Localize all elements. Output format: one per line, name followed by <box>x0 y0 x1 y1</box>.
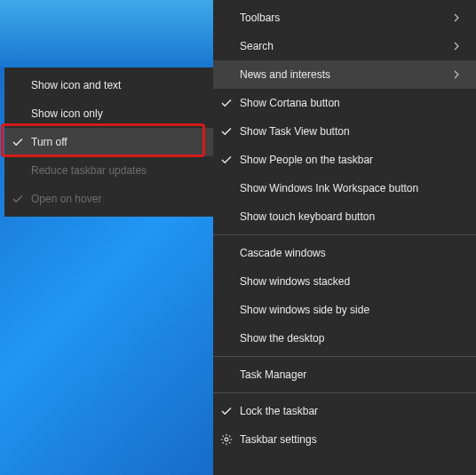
check-icon <box>213 126 240 137</box>
check-icon <box>213 406 240 416</box>
menu-item-show-task-view-button[interactable]: Show Task View button <box>213 117 476 146</box>
menu-item-label: Show icon and text <box>31 79 202 91</box>
menu-item-lock-the-taskbar[interactable]: Lock the taskbar <box>213 397 476 425</box>
check-icon <box>4 137 31 147</box>
menu-item-label: Show People on the taskbar <box>240 154 465 166</box>
menu-item-label: Show Cortana button <box>240 97 465 109</box>
check-icon <box>213 154 240 165</box>
menu-item-label: Taskbar settings <box>240 433 465 446</box>
menu-item-show-windows-ink-workspace-button[interactable]: Show Windows Ink Workspace button <box>213 174 476 202</box>
menu-separator <box>213 356 476 357</box>
menu-item-toolbars[interactable]: Toolbars <box>213 4 476 32</box>
menu-item-label: Reduce taskbar updates <box>31 164 202 177</box>
menu-item-taskbar-settings[interactable]: Taskbar settings <box>213 425 476 454</box>
submenu-item-reduce-taskbar-updates: Reduce taskbar updates <box>4 156 213 185</box>
menu-item-label: Turn off <box>31 136 202 148</box>
menu-item-show-cortana-button[interactable]: Show Cortana button <box>213 89 476 117</box>
menu-item-label: Open on hover <box>31 193 202 205</box>
menu-item-label: Show Windows Ink Workspace button <box>240 182 465 194</box>
menu-item-search[interactable]: Search <box>213 32 476 60</box>
menu-separator <box>213 234 476 235</box>
submenu-item-open-on-hover: Open on hover <box>4 185 213 213</box>
taskbar-context-menu: ToolbarsSearchNews and interestsShow Cor… <box>213 0 476 475</box>
menu-item-label: News and interests <box>240 68 453 81</box>
menu-item-show-the-desktop[interactable]: Show the desktop <box>213 324 476 352</box>
svg-line-7 <box>223 442 224 443</box>
menu-item-task-manager[interactable]: Task Manager <box>213 360 476 389</box>
chevron-right-icon <box>453 70 465 79</box>
menu-item-show-touch-keyboard-button[interactable]: Show touch keyboard button <box>213 202 476 231</box>
menu-item-show-people-on-the-taskbar[interactable]: Show People on the taskbar <box>213 146 476 174</box>
submenu-item-turn-off[interactable]: Turn off <box>4 128 213 156</box>
svg-line-8 <box>229 436 230 437</box>
chevron-right-icon <box>453 13 465 22</box>
menu-item-news-and-interests[interactable]: News and interests <box>213 60 476 89</box>
menu-item-label: Lock the taskbar <box>240 405 465 417</box>
menu-item-label: Task Manager <box>240 368 465 381</box>
check-icon <box>4 194 31 204</box>
menu-separator <box>213 392 476 393</box>
chevron-right-icon <box>453 42 465 51</box>
menu-item-show-windows-side-by-side[interactable]: Show windows side by side <box>213 296 476 324</box>
submenu-item-show-icon-and-text[interactable]: Show icon and text <box>4 71 213 99</box>
check-icon <box>213 98 240 108</box>
menu-item-show-windows-stacked[interactable]: Show windows stacked <box>213 267 476 296</box>
news-interests-submenu: Show icon and textShow icon onlyTurn off… <box>4 67 213 217</box>
menu-item-label: Cascade windows <box>240 247 465 259</box>
menu-item-label: Show the desktop <box>240 332 465 344</box>
menu-item-label: Show touch keyboard button <box>240 210 465 223</box>
submenu-item-show-icon-only[interactable]: Show icon only <box>4 99 213 128</box>
menu-item-label: Show Task View button <box>240 125 465 138</box>
menu-item-label: Toolbars <box>240 12 453 24</box>
svg-line-5 <box>223 436 224 437</box>
menu-item-cascade-windows[interactable]: Cascade windows <box>213 239 476 267</box>
svg-point-0 <box>225 438 228 441</box>
menu-item-label: Show windows stacked <box>240 275 465 288</box>
desktop-background-upper <box>0 0 213 67</box>
menu-item-label: Show windows side by side <box>240 304 465 316</box>
menu-item-label: Show icon only <box>31 107 202 120</box>
gear-icon <box>213 433 240 446</box>
svg-line-6 <box>229 442 230 443</box>
menu-item-label: Search <box>240 40 453 52</box>
